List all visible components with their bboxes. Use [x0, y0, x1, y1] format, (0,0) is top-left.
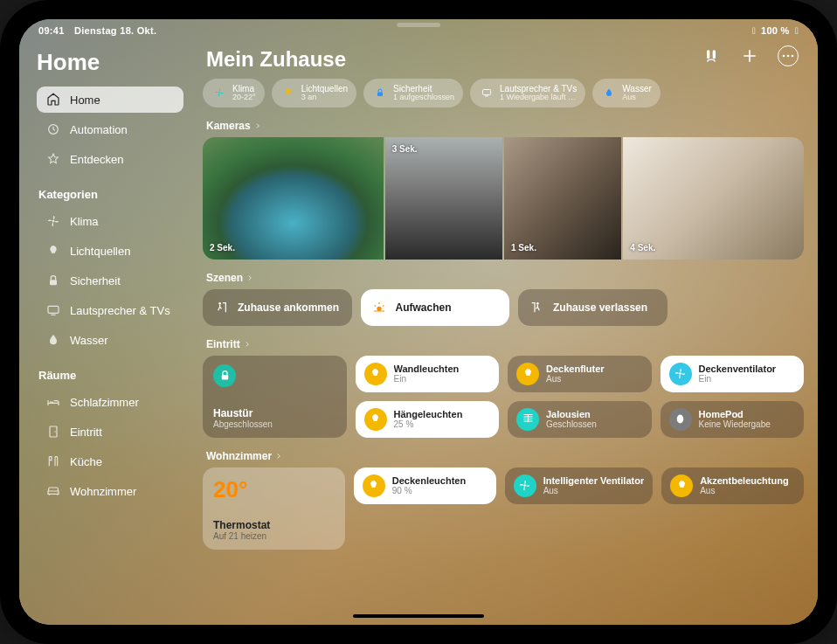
sidebar-item-speakers-tvs[interactable]: Lautsprecher & TVs: [37, 297, 183, 323]
bulb-icon: [363, 474, 385, 497]
sidebar-item-label: Automation: [70, 123, 128, 136]
sunrise-icon: [371, 300, 387, 315]
camera-tile[interactable]: 1 Sek.: [504, 137, 621, 260]
chevron-right-icon: [244, 341, 251, 348]
tile-accent-lighting[interactable]: AkzentbeleuchtungAus: [661, 467, 804, 504]
scene-arrive-home[interactable]: Zuhause ankommen: [203, 289, 352, 326]
thermostat-value: 20°: [213, 476, 247, 503]
fan-icon: [211, 85, 227, 100]
app-root: Home Home Automation Entdecken Kategorie…: [19, 19, 818, 625]
main-content: Mein Zuhause Klima20-22° Lichtquellen3 a…: [194, 40, 818, 625]
scene-leave-home[interactable]: Zuhause verlassen: [518, 289, 668, 326]
sidebar-title: Home: [37, 49, 183, 76]
sidebar-item-entry[interactable]: Eintritt: [37, 419, 183, 445]
sidebar-item-label: Schlafzimmer: [70, 396, 139, 409]
leave-icon: [529, 300, 544, 315]
chevron-right-icon: [275, 453, 282, 460]
more-button[interactable]: [778, 45, 799, 66]
sidebar-item-label: Eintritt: [70, 426, 102, 439]
star-icon: [45, 151, 61, 167]
bulb-icon: [516, 363, 539, 385]
bulb-icon: [280, 85, 296, 100]
sidebar: Home Home Automation Entdecken Kategorie…: [19, 40, 194, 625]
section-wohnzimmer-header[interactable]: Wohnzimmer: [206, 450, 804, 462]
homepod-icon: [669, 408, 692, 431]
category-chips: Klima20-22° Lichtquellen3 an Sicherheit1…: [203, 79, 804, 107]
section-eintritt-header[interactable]: Eintritt: [206, 338, 804, 350]
tile-smart-fan[interactable]: Intelligenter VentilatorAus: [505, 467, 654, 504]
lock-icon: [45, 273, 61, 288]
sidebar-item-label: Entdecken: [70, 153, 123, 166]
sidebar-item-climate[interactable]: Klima: [37, 208, 183, 234]
tv-icon: [479, 85, 495, 100]
sidebar-item-discover[interactable]: Entdecken: [37, 146, 183, 172]
tile-blinds[interactable]: JalousienGeschlossen: [508, 401, 652, 438]
lock-icon: [213, 364, 236, 387]
sidebar-item-livingroom[interactable]: Wohnzimmer: [37, 478, 183, 504]
kitchen-icon: [45, 454, 61, 469]
section-cameras-header[interactable]: Kameras: [206, 120, 804, 132]
intercom-button[interactable]: [701, 45, 722, 66]
arrive-icon: [213, 300, 229, 315]
fan-icon: [45, 213, 61, 229]
sidebar-rooms-header: Räume: [38, 369, 183, 382]
drop-icon: [45, 332, 61, 348]
sofa-icon: [45, 483, 61, 499]
drop-icon: [601, 85, 617, 100]
blinds-icon: [516, 408, 539, 431]
scenes-row: Zuhause ankommen Aufwachen Zuhause verla…: [203, 289, 804, 326]
bulb-icon: [364, 408, 387, 431]
lock-icon: [372, 85, 388, 100]
header-actions: [701, 45, 799, 66]
chevron-right-icon: [246, 274, 253, 281]
section-scenes-header[interactable]: Szenen: [206, 272, 804, 284]
sidebar-item-water[interactable]: Wasser: [37, 327, 183, 353]
chip-security[interactable]: Sicherheit1 aufgeschlossen: [363, 79, 463, 107]
tv-icon: [45, 302, 61, 318]
camera-tile[interactable]: 2 Sek.: [203, 137, 384, 260]
camera-tile[interactable]: 4 Sek.: [623, 137, 804, 260]
wohnzimmer-grid: 20° Thermostat Auf 21 heizen Deckenleuch…: [203, 467, 804, 550]
sidebar-item-lights[interactable]: Lichtquellen: [37, 238, 183, 264]
tile-pendant-lights[interactable]: Hängeleuchten25 %: [356, 401, 500, 438]
bulb-icon: [670, 474, 693, 497]
automation-icon: [45, 121, 61, 137]
tile-ceiling-lights[interactable]: Deckenleuchten90 %: [354, 467, 496, 504]
sidebar-item-label: Sicherheit: [70, 274, 121, 287]
sidebar-item-home[interactable]: Home: [37, 87, 183, 113]
camera-tile[interactable]: 3 Sek.: [385, 137, 502, 260]
chip-water[interactable]: WasserAus: [592, 79, 661, 107]
add-button[interactable]: [739, 45, 760, 66]
fan-icon: [669, 363, 692, 385]
tile-wall-lights[interactable]: WandleuchtenEin: [356, 356, 500, 392]
fan-icon: [514, 474, 536, 497]
home-icon: [45, 92, 61, 107]
tile-ceiling-fan[interactable]: DeckenventilatorEin: [661, 356, 805, 392]
sidebar-item-automation[interactable]: Automation: [37, 116, 183, 142]
tile-front-door[interactable]: Haustür Abgeschlossen: [203, 356, 347, 438]
bed-icon: [45, 394, 61, 410]
chevron-right-icon: [254, 122, 261, 129]
sidebar-item-security[interactable]: Sicherheit: [37, 267, 183, 294]
sidebar-item-label: Wasser: [70, 334, 108, 347]
home-indicator[interactable]: [353, 614, 484, 618]
cameras-strip: 2 Sek. 3 Sek. 1 Sek. 4 Sek.: [203, 137, 804, 260]
tile-floor-lamp[interactable]: DeckenfluterAus: [508, 356, 652, 392]
scene-wake-up[interactable]: Aufwachen: [361, 289, 510, 326]
sidebar-item-label: Lichtquellen: [70, 245, 130, 258]
bulb-icon: [364, 363, 387, 385]
tile-thermostat[interactable]: 20° Thermostat Auf 21 heizen: [203, 467, 345, 550]
sidebar-item-label: Klima: [70, 215, 99, 228]
sidebar-item-label: Lautsprecher & TVs: [70, 304, 170, 317]
chip-climate[interactable]: Klima20-22°: [203, 79, 265, 107]
bulb-icon: [45, 243, 61, 259]
sidebar-item-bedroom[interactable]: Schlafzimmer: [37, 389, 183, 415]
sidebar-categories-header: Kategorien: [38, 188, 183, 201]
screen: 09:41 Dienstag 18. Okt. 􀙇 100 % 􀛨 Home H…: [19, 19, 818, 625]
chip-speakers-tvs[interactable]: Lautsprecher & TVs1 Wiedergabe läuft …: [470, 79, 585, 107]
chip-lights[interactable]: Lichtquellen3 an: [272, 79, 356, 107]
sidebar-item-label: Home: [70, 93, 100, 107]
door-icon: [45, 424, 61, 440]
sidebar-item-kitchen[interactable]: Küche: [37, 448, 183, 474]
tile-homepod[interactable]: HomePodKeine Wiedergabe: [661, 401, 805, 438]
